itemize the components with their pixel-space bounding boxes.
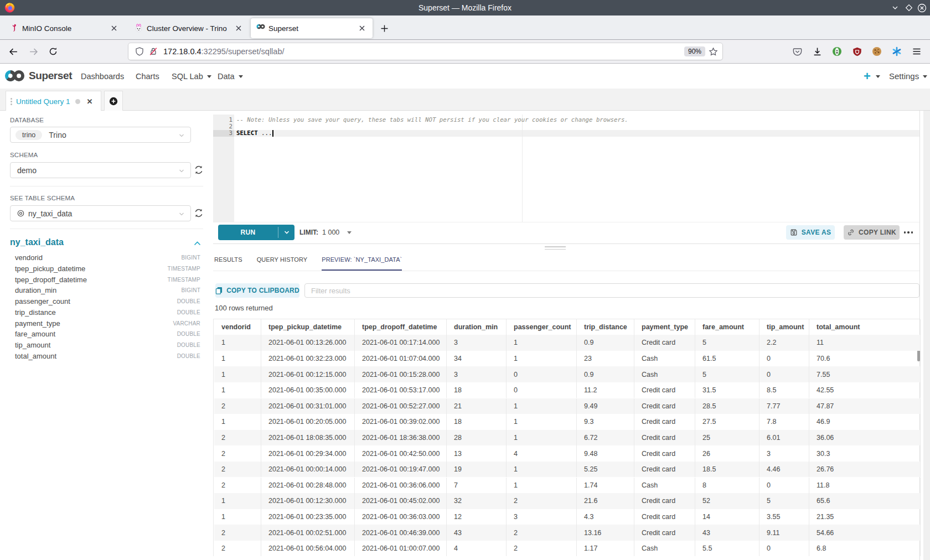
- table-cell: 18: [447, 414, 507, 430]
- privacy-badger-extension-icon[interactable]: [829, 44, 845, 59]
- table-column-row[interactable]: payment_type VARCHAR: [15, 318, 200, 329]
- sql-editor[interactable]: 1 2 3 -- Note: Unless you save your quer…: [213, 115, 919, 222]
- extension-asterisk-icon[interactable]: [889, 44, 905, 59]
- zoom-level-badge[interactable]: 90%: [684, 46, 705, 56]
- window-minimize-button[interactable]: [887, 0, 903, 15]
- results-table: vendoridtpep_pickup_datetimetpep_dropoff…: [213, 319, 919, 556]
- column-header[interactable]: passenger_count: [507, 319, 577, 335]
- table-cell: 1: [214, 351, 261, 367]
- forward-button[interactable]: [26, 44, 40, 59]
- table-cell: 2021-06-01 00:53:17.000: [355, 382, 447, 398]
- table-row: 22021-06-01 00:29:34.0002021-06-01 00:42…: [214, 445, 920, 462]
- collapse-table-chevron-up-icon[interactable]: [194, 241, 201, 246]
- table-cell: 1: [507, 414, 577, 430]
- column-header[interactable]: total_amount: [809, 319, 921, 335]
- settings-menu[interactable]: Settings: [889, 64, 927, 89]
- column-header[interactable]: duration_min: [447, 319, 507, 335]
- results-tab-preview[interactable]: PREVIEW: `NY_TAXI_DATA`: [322, 252, 402, 271]
- table-cell: 8: [695, 478, 760, 494]
- filter-results-input[interactable]: [304, 283, 919, 298]
- nav-menu-data[interactable]: Data: [218, 64, 243, 89]
- table-column-row[interactable]: passenger_count DOUBLE: [15, 296, 200, 307]
- run-dropdown-chevron-icon[interactable]: [278, 229, 294, 236]
- new-tab-button[interactable]: [379, 23, 390, 34]
- table-column-row[interactable]: duration_min BIGINT: [15, 285, 200, 296]
- drag-handle-icon[interactable]: [11, 98, 12, 105]
- limit-dropdown[interactable]: LIMIT: 1 000: [299, 225, 352, 240]
- reload-button[interactable]: [46, 44, 60, 59]
- tab-close-icon[interactable]: [233, 23, 244, 34]
- table-cell: 0: [507, 366, 577, 382]
- table-column-row[interactable]: tpep_pickup_datetime TIMESTAMP: [15, 263, 200, 274]
- table-cell: 6.01: [760, 430, 809, 446]
- new-query-tab-button[interactable]: [104, 91, 123, 111]
- table-cell: 0: [760, 351, 809, 367]
- save-as-button[interactable]: SAVE AS: [786, 225, 835, 240]
- table-cell: 2: [214, 478, 261, 494]
- new-item-button[interactable]: +: [864, 64, 880, 89]
- page-scrollbar-gutter[interactable]: [923, 111, 930, 560]
- table-column-row[interactable]: tip_amount DOUBLE: [15, 340, 200, 351]
- browser-tab[interactable]: Cluster Overview - Trino: [129, 18, 249, 38]
- table-select[interactable]: ny_taxi_data: [10, 205, 191, 221]
- database-label: DATABASE: [10, 117, 44, 123]
- ublock-origin-extension-icon[interactable]: [849, 44, 865, 59]
- table-cell: Credit card: [634, 462, 695, 478]
- column-header[interactable]: fare_amount: [695, 319, 760, 335]
- table-cell: 5: [760, 493, 809, 509]
- table-column-row[interactable]: vendorid BIGINT: [15, 252, 200, 263]
- database-select[interactable]: trino Trino: [10, 127, 191, 143]
- table-cell: Credit card: [634, 414, 695, 430]
- bookmark-star-icon[interactable]: [709, 47, 718, 56]
- column-header[interactable]: tpep_pickup_datetime: [261, 319, 355, 335]
- cookie-extension-icon[interactable]: [869, 44, 885, 59]
- nav-menu-dashboards[interactable]: Dashboards: [81, 64, 124, 89]
- superset-logo[interactable]: Superset: [4, 69, 72, 82]
- run-button[interactable]: RUN: [218, 225, 294, 240]
- back-button[interactable]: [6, 44, 20, 59]
- table-schema-heading[interactable]: ny_taxi_data: [10, 237, 64, 247]
- table-cell: Cash: [634, 351, 695, 367]
- panel-resize-handle[interactable]: [545, 246, 566, 251]
- refresh-schemas-icon[interactable]: [194, 165, 204, 175]
- table-cell: 4.3: [577, 509, 634, 525]
- more-actions-button[interactable]: [901, 225, 916, 240]
- table-column-row[interactable]: fare_amount DOUBLE: [15, 329, 200, 340]
- column-header[interactable]: tpep_dropoff_datetime: [355, 319, 447, 335]
- copy-link-button[interactable]: COPY LINK: [844, 225, 900, 240]
- column-header[interactable]: payment_type: [634, 319, 695, 335]
- tab-close-icon[interactable]: [108, 23, 120, 34]
- browser-tab[interactable]: Superset: [251, 18, 373, 38]
- table-cell: 2021-06-01 00:29:34.000: [261, 445, 355, 462]
- refresh-tables-icon[interactable]: [194, 208, 204, 218]
- url-bar[interactable]: 172.18.0.4:32295/superset/sqllab/ 90%: [128, 43, 722, 60]
- column-header[interactable]: trip_distance: [577, 319, 634, 335]
- table-column-row[interactable]: trip_distance DOUBLE: [15, 307, 200, 318]
- menu-hamburger-icon[interactable]: [909, 44, 924, 59]
- schema-select[interactable]: demo: [10, 162, 191, 178]
- nav-menu-sql-lab[interactable]: SQL Lab: [172, 64, 211, 89]
- results-tab-query-history[interactable]: QUERY HISTORY: [257, 252, 308, 271]
- pocket-icon[interactable]: [789, 44, 805, 59]
- insecure-lock-icon[interactable]: [149, 47, 158, 56]
- window-close-button[interactable]: [914, 0, 929, 15]
- tab-close-icon[interactable]: [356, 23, 368, 34]
- shield-icon[interactable]: [135, 47, 144, 56]
- column-type: BIGINT: [181, 255, 200, 261]
- table-cell: 5.25: [577, 462, 634, 478]
- nav-menu-charts[interactable]: Charts: [136, 64, 159, 89]
- table-column-row[interactable]: tpep_dropoff_datetime TIMESTAMP: [15, 274, 200, 285]
- table-cell: 1: [214, 335, 261, 351]
- column-header[interactable]: tip_amount: [760, 319, 809, 335]
- table-cell: 0.9: [577, 366, 634, 382]
- query-tab-close-icon[interactable]: ✕: [87, 97, 93, 106]
- results-tab-results[interactable]: RESULTS: [214, 252, 242, 271]
- downloads-icon[interactable]: [809, 44, 825, 59]
- copy-to-clipboard-button[interactable]: COPY TO CLIPBOARD: [215, 283, 299, 298]
- column-header[interactable]: vendorid: [214, 319, 261, 335]
- chevron-down-icon: [876, 75, 880, 78]
- table-column-row[interactable]: total_amount DOUBLE: [15, 350, 200, 361]
- query-tab-active[interactable]: Untitled Query 1 ✕: [6, 91, 101, 111]
- browser-tab[interactable]: MinIO Console: [4, 18, 125, 38]
- table-cell: 2021-06-01 01:00:07.000: [355, 541, 447, 557]
